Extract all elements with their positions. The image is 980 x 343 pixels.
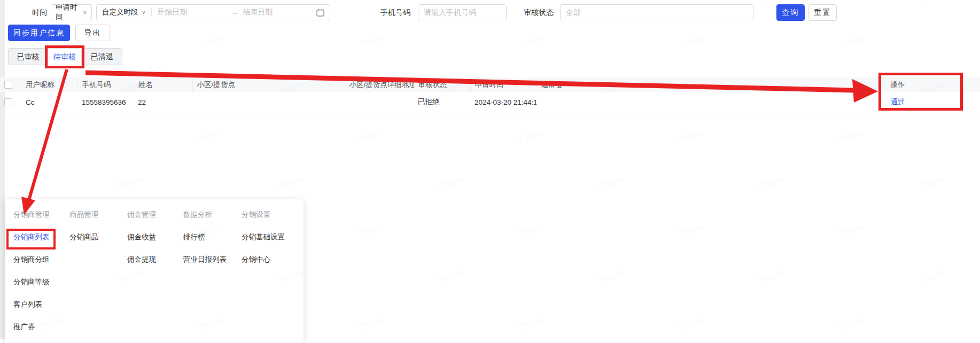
menu-item-distributor-group[interactable]: 分销商分组 [13, 255, 68, 266]
col-header-address: 小区/提货点详细地址 [345, 77, 414, 92]
start-date-input[interactable]: 开始日期 [157, 7, 227, 17]
export-button[interactable]: 导出 [75, 25, 110, 41]
status-filter-label: 审核状态 [524, 4, 554, 20]
watermark: 776140 [678, 128, 704, 144]
menu-category: 分销设置 [242, 210, 301, 221]
menu-item-commission-income[interactable]: 佣金收益 [127, 232, 182, 243]
range-arrow-icon: → [231, 8, 238, 17]
row-checkbox[interactable] [4, 98, 12, 106]
cell-address [345, 92, 414, 113]
select-all-checkbox[interactable] [4, 81, 12, 89]
date-range-picker[interactable]: 自定义时段 ∨ 开始日期 → 结束日期 [96, 4, 330, 20]
end-date-input[interactable]: 结束日期 [243, 7, 312, 17]
watermark: 776140 [838, 222, 865, 238]
cell-name: 22 [134, 92, 192, 113]
sync-user-info-button[interactable]: 同步用户信息 [8, 25, 70, 41]
watermark: 776140 [758, 0, 784, 3]
menu-col-product-mgmt: 商品管理 分销商品 [69, 210, 124, 243]
distributor-table: 用户昵称 手机号码 姓名 小区/提货点 小区/提货点详细地址 审核状态 申请时间… [0, 77, 980, 113]
approve-link[interactable]: 通过 [891, 98, 905, 106]
status-select[interactable] [560, 4, 753, 20]
watermark: 776140 [919, 269, 945, 285]
watermark: 776140 [357, 222, 384, 238]
chevron-down-icon: ∨ [82, 9, 87, 15]
watermark: 776140 [357, 34, 384, 50]
watermark: 776140 [438, 269, 464, 285]
col-header-spacer [589, 77, 883, 92]
watermark: 776140 [357, 128, 384, 144]
cell-apply-time: 2024-03-20 21:44:11 [470, 92, 536, 113]
col-header-inviter: 邀请者 [536, 77, 589, 92]
watermark: 776140 [678, 316, 704, 332]
menu-item-daily-report-list[interactable]: 营业日报列表 [183, 255, 238, 266]
time-filter-label: 时间 [32, 4, 47, 20]
table-header-row: 用户昵称 手机号码 姓名 小区/提货点 小区/提货点详细地址 审核状态 申请时间… [0, 77, 980, 92]
watermark: 776140 [277, 175, 304, 191]
watermark: 776140 [438, 0, 464, 3]
collapsed-sidebar-strip [0, 0, 5, 339]
col-header-status: 审核状态 [414, 77, 470, 92]
reset-button[interactable]: 重置 [808, 4, 837, 21]
cell-community [192, 92, 345, 113]
col-header-apply-time: 申请时间 [470, 77, 536, 92]
menu-item-customer-list[interactable]: 客户列表 [13, 300, 68, 310]
menu-item-promo-coupon[interactable]: 推广券 [13, 322, 68, 333]
distribution-menu-panel: 分销商管理 分销商列表 分销商分组 分销商等级 客户列表 推广券 商品管理 分销… [5, 199, 304, 343]
menu-category: 数据分析 [183, 210, 238, 221]
cell-spacer [589, 92, 883, 113]
tab-reviewed[interactable]: 已审核 [9, 49, 48, 65]
phone-filter-label: 手机号码 [380, 4, 410, 20]
col-header-nickname: 用户昵称 [21, 77, 77, 92]
watermark: 776140 [758, 175, 784, 191]
col-header-community: 小区/提货点 [192, 77, 345, 92]
watermark: 776140 [919, 175, 945, 191]
divider [151, 8, 152, 17]
watermark: 776140 [838, 34, 865, 50]
menu-item-commission-withdraw[interactable]: 佣金提现 [127, 255, 182, 266]
watermark: 776140 [678, 222, 704, 238]
watermark: 776140 [197, 128, 223, 144]
watermark: 776140 [838, 128, 865, 144]
tab-pending-review[interactable]: 待审核 [48, 49, 82, 65]
tab-cleared[interactable]: 已清退 [82, 49, 122, 65]
cell-inviter [536, 92, 589, 113]
watermark: 776140 [598, 0, 624, 3]
col-header-phone: 手机号码 [77, 77, 134, 92]
time-type-value: 申请时间 [56, 3, 79, 22]
watermark: 776140 [598, 269, 624, 285]
menu-col-commission-mgmt: 佣金管理 佣金收益 佣金提现 [127, 210, 182, 266]
menu-category: 商品管理 [69, 210, 124, 221]
watermark: 776140 [37, 128, 63, 144]
table-row: Cc 15558395636 22 已拒绝 2024-03-20 21:44:1… [0, 92, 980, 113]
watermark: 776140 [919, 0, 945, 3]
menu-item-distributor-level[interactable]: 分销商等级 [13, 277, 68, 288]
watermark: 776140 [117, 175, 143, 191]
watermark: 776140 [518, 222, 544, 238]
menu-col-distributor-mgmt: 分销商管理 分销商列表 分销商分组 分销商等级 客户列表 推广券 [13, 210, 68, 333]
menu-item-distribution-product[interactable]: 分销商品 [69, 232, 124, 243]
menu-item-distribution-center[interactable]: 分销中心 [242, 255, 301, 266]
watermark: 776140 [678, 34, 704, 50]
watermark: 776140 [518, 316, 544, 332]
menu-category: 佣金管理 [127, 210, 182, 221]
watermark: 776140 [117, 0, 143, 3]
chevron-down-icon: ∨ [142, 9, 146, 15]
search-button[interactable]: 查询 [776, 4, 805, 21]
phone-input[interactable] [418, 4, 507, 20]
period-type-value: 自定义时段 [102, 7, 138, 17]
time-type-select[interactable]: 申请时间 ∨ [51, 4, 92, 20]
menu-item-ranking[interactable]: 排行榜 [183, 232, 238, 243]
menu-item-distribution-basic-settings[interactable]: 分销基础设置 [242, 232, 301, 243]
watermark: 776140 [357, 316, 384, 332]
menu-category: 分销商管理 [13, 210, 68, 221]
calendar-icon [316, 9, 324, 17]
audit-status-tabs: 已审核 待审核 已清退 [8, 48, 122, 65]
cell-phone: 15558395636 [77, 92, 134, 113]
menu-item-distributor-list[interactable]: 分销商列表 [13, 232, 68, 243]
watermark: 776140 [518, 128, 544, 144]
watermark: 776140 [197, 34, 223, 50]
cell-status: 已拒绝 [414, 92, 470, 113]
col-header-action: 操作 [883, 77, 980, 92]
watermark: 776140 [277, 0, 304, 3]
menu-col-distribution-settings: 分销设置 分销基础设置 分销中心 [242, 210, 301, 266]
